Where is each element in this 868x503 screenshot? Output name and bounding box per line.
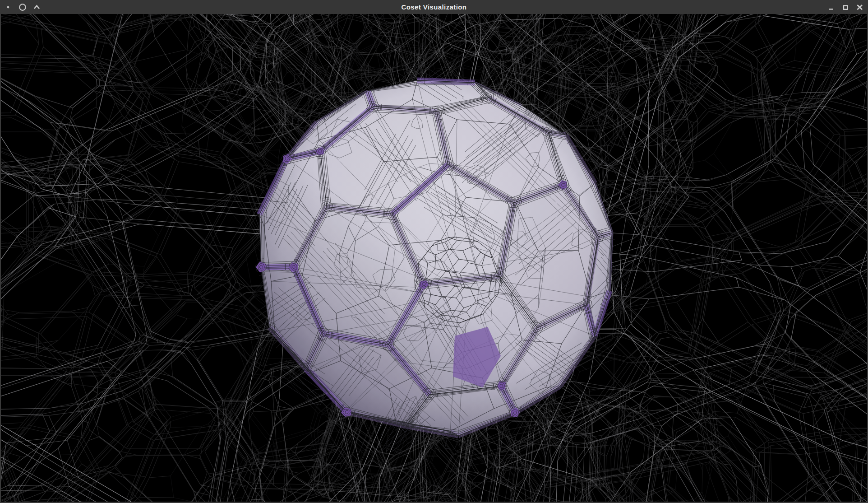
svg-text:Coset Visualization: Coset Visualization	[402, 3, 467, 11]
